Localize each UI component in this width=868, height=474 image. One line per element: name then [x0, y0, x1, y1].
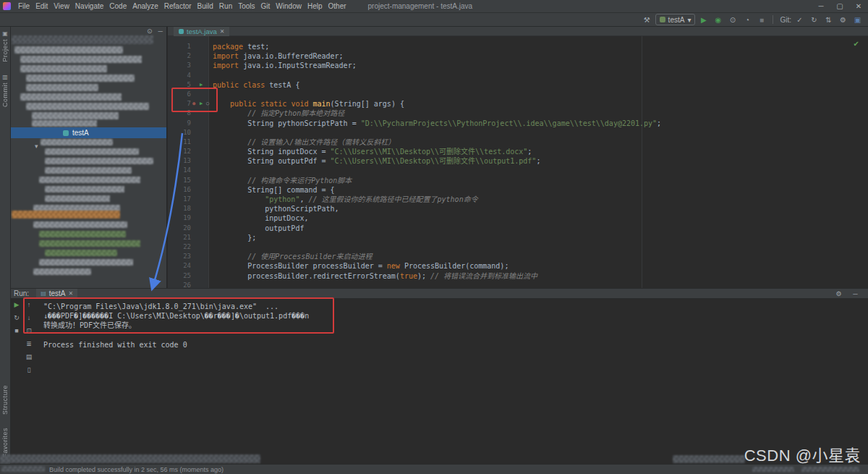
menu-build[interactable]: Build	[195, 2, 216, 10]
console-line: ↓���PDF�]������I C:\Users\MI\Desktop\��r…	[43, 311, 309, 321]
code-text: // 构建命令来运行Python脚本	[213, 177, 352, 185]
selected-item-label: testA	[72, 129, 89, 137]
stop-icon[interactable]: ■	[13, 327, 21, 334]
title-bar: FileEditViewNavigateCodeAnalyzeRefactorB…	[0, 0, 868, 13]
code-text: String inputDocx = "C:\\Users\\MI\\Deskt…	[213, 148, 532, 156]
stop-icon[interactable]: ■	[757, 16, 766, 24]
profiler-icon[interactable]: ◔	[742, 16, 752, 24]
hide-panel-icon[interactable]: ─	[851, 290, 859, 297]
code-line: 24 ProcessBuilder processBuilder = new P…	[168, 261, 868, 271]
code-text: processBuilder.redirectErrorStream(true)…	[213, 272, 537, 280]
menu-run[interactable]: Run	[216, 2, 235, 10]
code-text: package test;	[213, 43, 269, 51]
close-icon[interactable]: ✕	[68, 290, 73, 297]
soft-wrap-icon[interactable]: ⊡	[25, 327, 33, 334]
tool-strip-top: ▣Project▥Commit	[0, 30, 10, 107]
clear-all-icon[interactable]: ▯	[25, 366, 33, 373]
code-viewport[interactable]: 1package test;2import java.io.BufferedRe…	[168, 36, 868, 288]
line-number: 2	[168, 51, 191, 61]
line-number: 7	[168, 99, 191, 109]
line-number: 22	[168, 242, 191, 252]
menu-analyze[interactable]: Analyze	[129, 2, 161, 10]
toolwindow-commit[interactable]: ▥Commit	[1, 74, 9, 107]
code-line: 11 // 设置输入/输出文件路径（需转义反斜杠）	[168, 137, 868, 147]
close-icon[interactable]: ✕	[220, 28, 225, 35]
code-text: public static void main(String[] args) {	[213, 100, 404, 108]
main-toolbar: ⚒ testA ▾ ▶◉⊙◔■ Git: ✓↻⇅⚙▣	[0, 13, 868, 27]
console-settings-icon[interactable]: ⚙	[835, 290, 843, 297]
up-stack-trace-icon[interactable]: ↑	[25, 301, 33, 308]
run-line-icon[interactable]: ▶	[200, 81, 203, 89]
coverage-icon[interactable]: ⊙	[728, 16, 737, 24]
code-text: import java.io.InputStreamReader;	[213, 62, 357, 69]
line-number: 19	[168, 213, 191, 223]
rerun-icon[interactable]: ▶	[13, 301, 21, 308]
scroll-to-end-icon[interactable]: ≣	[25, 340, 33, 347]
git-commit-icon[interactable]: ✓	[795, 16, 804, 24]
menu-window[interactable]: Window	[273, 2, 305, 10]
run-toolbar: ▶↻■	[11, 301, 22, 334]
git-push-pull-icon[interactable]: ⇅	[824, 16, 833, 24]
console-output[interactable]: "C:\Program Files\Java\jdk1.8.0_271\bin\…	[43, 302, 309, 350]
code-line: 25 processBuilder.redirectErrorStream(tr…	[168, 271, 868, 281]
settings-icon[interactable]: ⚙	[838, 16, 848, 24]
line-number: 18	[168, 204, 191, 213]
code-text: pythonScriptPath,	[213, 205, 339, 213]
menu-navigate[interactable]: Navigate	[72, 2, 106, 10]
chevron-down-icon[interactable]: ▾	[35, 143, 38, 150]
redacted-block	[20, 93, 122, 101]
window-controls: ─ ▢ ✕	[812, 2, 868, 10]
project-tree-selected-item[interactable]: testA	[11, 127, 167, 138]
run-line-icon[interactable]: ▶	[200, 100, 203, 108]
toolwindow-structure[interactable]: Structure	[1, 385, 9, 415]
menu-tools[interactable]: Tools	[235, 2, 258, 10]
redacted-block	[12, 211, 120, 219]
build-hammer-icon[interactable]: ⚒	[642, 16, 652, 24]
line-number: 25	[168, 271, 191, 281]
menu-file[interactable]: File	[15, 2, 33, 10]
maximize-icon[interactable]: ▢	[830, 2, 849, 10]
menu-view[interactable]: View	[51, 2, 72, 10]
tab-testa-java[interactable]: testA.java ✕	[174, 27, 229, 36]
restart-icon[interactable]: ↻	[13, 314, 21, 321]
redacted-block	[32, 112, 119, 119]
minimize-icon[interactable]: ─	[812, 2, 830, 10]
print-icon[interactable]: ▤	[25, 353, 33, 360]
code-text: // 使用ProcessBuilder来启动进程	[213, 253, 373, 261]
console-icon: ▤	[41, 290, 46, 297]
menu-refactor[interactable]: Refactor	[161, 2, 195, 10]
run-configuration-select[interactable]: testA ▾	[655, 14, 696, 25]
code-line: 12 String inputDocx = "C:\\Users\\MI\\De…	[168, 147, 868, 156]
watermark: CSDN @小星袁	[744, 442, 861, 465]
toolwindow-project[interactable]: ▣Project	[1, 30, 9, 62]
line-number: 24	[168, 261, 191, 271]
menu-other[interactable]: Other	[326, 2, 349, 10]
notifications-icon[interactable]: ▣	[853, 16, 862, 24]
hide-panel-icon[interactable]: ─	[158, 27, 163, 35]
line-number: 15	[168, 176, 191, 185]
line-number: 26	[168, 281, 191, 288]
line-number: 12	[168, 147, 191, 156]
menu-edit[interactable]: Edit	[33, 2, 51, 10]
code-line: 6	[168, 90, 868, 99]
menu-code[interactable]: Code	[106, 2, 129, 10]
line-number: 5	[168, 80, 191, 90]
down-stack-trace-icon[interactable]: ↓	[25, 314, 33, 321]
toolwindow-favorites[interactable]: Favorites	[1, 428, 9, 458]
git-update-icon[interactable]: ↻	[809, 16, 819, 24]
breakpoint-icon[interactable]: ●	[192, 100, 195, 108]
close-icon[interactable]: ✕	[849, 2, 868, 10]
project-panel-header-icons: ⊙ ─	[147, 27, 163, 35]
run-tab[interactable]: ▤ testA ✕	[36, 289, 77, 298]
inspections-ok-icon[interactable]: ✔	[854, 40, 859, 48]
panel-options-icon[interactable]: ⊙	[147, 27, 153, 35]
menu-help[interactable]: Help	[305, 2, 326, 10]
status-message: Build completed successfully in 2 sec, 5…	[49, 466, 224, 473]
project-panel: ⊙ ─ testA ▾	[11, 27, 167, 288]
run-config-circle-icon[interactable]: ○	[206, 100, 209, 108]
debug-icon[interactable]: ◉	[713, 16, 723, 24]
line-number: 9	[168, 119, 191, 128]
code-line: 7●▶○ public static void main(String[] ar…	[168, 99, 868, 109]
menu-git[interactable]: Git	[258, 2, 273, 10]
run-icon[interactable]: ▶	[699, 16, 708, 24]
